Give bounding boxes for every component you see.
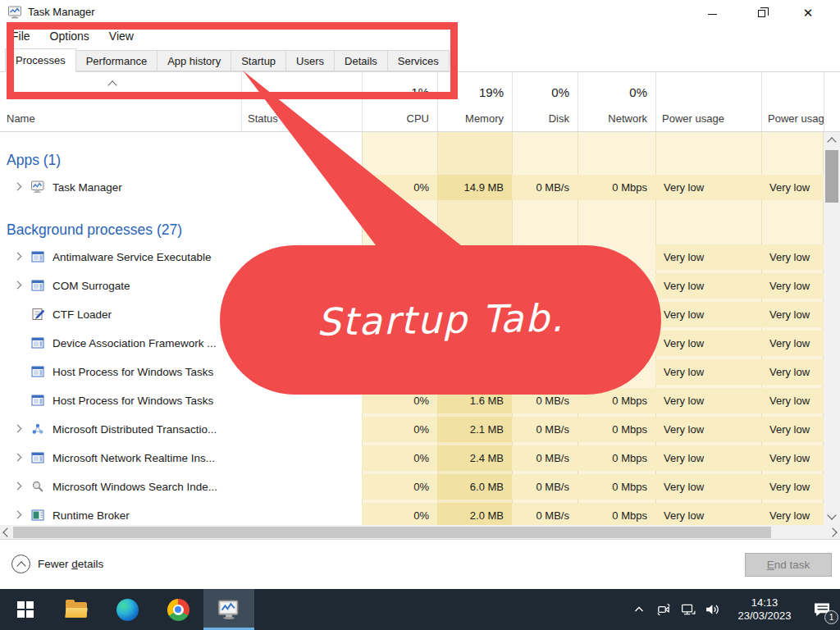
task-manager-taskbar-button[interactable]: [203, 589, 254, 630]
process-row[interactable]: Microsoft Network Realtime Ins... 0% 2.4…: [0, 444, 840, 472]
tab-details[interactable]: Details: [334, 50, 388, 71]
cpu-cell: 0%: [362, 175, 437, 200]
edge-icon: [116, 599, 139, 621]
meet-now-button[interactable]: [651, 589, 676, 630]
taskbar: 14:13 23/03/2023 1: [0, 589, 840, 630]
network-cell: 0 Mbps: [578, 417, 655, 442]
restore-button[interactable]: [742, 0, 780, 25]
scroll-right-icon[interactable]: [828, 527, 837, 536]
close-button[interactable]: ✕: [789, 0, 827, 25]
expand-chevron-icon[interactable]: [14, 454, 22, 462]
group-row[interactable]: Background processes (27): [0, 202, 840, 243]
edge-button[interactable]: [102, 589, 153, 630]
process-name: Microsoft Network Realtime Ins...: [52, 444, 215, 472]
file-explorer-button[interactable]: [51, 589, 102, 630]
power-trend-cell: Very low: [761, 273, 824, 299]
expand-chevron-icon[interactable]: [14, 253, 22, 261]
folder-icon: [66, 602, 87, 618]
power-trend-cell: Very low: [761, 388, 824, 413]
volume-button[interactable]: [701, 589, 725, 630]
process-row[interactable]: Microsoft Distributed Transactio... 0% 2…: [0, 415, 840, 444]
collapse-chevron-icon: [11, 555, 30, 573]
tab-startup[interactable]: Startup: [231, 50, 286, 71]
memory-cell: 2.4 MB: [437, 445, 512, 471]
tab-users[interactable]: Users: [285, 50, 335, 71]
end-task-button[interactable]: End task: [745, 553, 832, 577]
expand-chevron-icon[interactable]: [14, 511, 22, 519]
expand-chevron-icon[interactable]: [14, 482, 22, 491]
disk-cell: 0 MB/s: [512, 175, 578, 200]
expand-chevron-icon[interactable]: [14, 183, 22, 191]
process-row[interactable]: Microsoft Windows Search Inde... 0% 6.0 …: [0, 472, 840, 501]
network-cell: 0 Mbps: [578, 175, 655, 200]
tab-processes[interactable]: Processes: [5, 48, 76, 72]
menu-options[interactable]: Options: [40, 30, 99, 43]
network-cell: 0 Mbps: [578, 503, 655, 525]
power-usage-cell: Very low: [655, 417, 761, 442]
column-header-disk[interactable]: 0% Disk: [512, 72, 578, 131]
tray-expand-button[interactable]: [627, 589, 651, 630]
ethernet-icon: [681, 602, 696, 617]
column-header-status[interactable]: Status: [248, 112, 278, 125]
process-row[interactable]: Task Manager 0% 14.9 MB 0 MB/s 0 Mbps Ve…: [0, 173, 840, 202]
chrome-button[interactable]: [153, 589, 203, 630]
memory-cell: 6.0 MB: [437, 474, 512, 500]
metric-cells: 0% 2.1 MB 0 MB/s 0 Mbps Very low Very lo…: [362, 417, 824, 442]
power-usage-cell: Very low: [655, 445, 761, 471]
column-header-power-usage-trend[interactable]: Power usage: [761, 72, 824, 131]
minimize-button[interactable]: [693, 0, 731, 25]
titlebar: Task Manager ✕: [0, 0, 840, 25]
taskbar-clock[interactable]: 14:13 23/03/2023: [730, 596, 799, 623]
expand-chevron-icon[interactable]: [14, 281, 22, 290]
horizontal-scrollbar[interactable]: [0, 525, 840, 540]
action-center-button[interactable]: 1: [804, 589, 840, 630]
power-usage-cell: Very low: [655, 331, 761, 356]
column-header-cpu[interactable]: 1% CPU: [362, 72, 437, 131]
sort-ascending-icon: [107, 80, 116, 89]
cpu-cell: 0%: [362, 503, 437, 525]
column-header-memory[interactable]: 19% Memory: [437, 72, 512, 131]
minimize-icon: [708, 14, 717, 15]
window-title: Task Manager: [28, 6, 95, 18]
process-name: Host Process for Windows Tasks: [52, 386, 213, 415]
power-usage-cell: Very low: [655, 244, 761, 270]
menu-file[interactable]: File: [0, 30, 40, 43]
cpu-total-percent: 1%: [411, 85, 429, 99]
process-icon: [31, 451, 44, 464]
process-row[interactable]: Runtime Broker 0% 2.0 MB 0 MB/s 0 Mbps V…: [0, 501, 840, 525]
process-icon: [31, 336, 44, 349]
header-divider: [437, 72, 438, 131]
group-row[interactable]: Apps (1): [0, 132, 840, 173]
process-icon: [31, 180, 44, 194]
disk-cell: 0 MB/s: [512, 474, 578, 500]
column-header-power-usage[interactable]: Power usage: [655, 72, 761, 131]
notification-count-badge: 1: [824, 610, 838, 624]
clock-date: 23/03/2023: [730, 609, 799, 623]
network-cell: 0 Mbps: [578, 445, 655, 471]
menu-view[interactable]: View: [99, 30, 144, 43]
tab-services[interactable]: Services: [387, 50, 450, 71]
horizontal-scrollbar-thumb[interactable]: [13, 527, 771, 538]
process-name: CTF Loader: [52, 300, 112, 329]
network-status-button[interactable]: [676, 589, 701, 630]
fewer-details-toggle[interactable]: Fewer details: [11, 555, 103, 573]
network-cell: 0 Mbps: [578, 474, 655, 500]
process-icon: [31, 250, 44, 263]
power-trend-cell: Very low: [761, 445, 824, 471]
tab-app-history[interactable]: App history: [157, 50, 231, 71]
tab-performance[interactable]: Performance: [75, 50, 158, 71]
power-usage-cell: Very low: [655, 474, 761, 500]
scroll-left-icon[interactable]: [2, 527, 11, 536]
column-header-network[interactable]: 0% Network: [578, 72, 655, 131]
header-divider: [824, 72, 824, 131]
cpu-cell: 0%: [362, 445, 437, 471]
start-button[interactable]: [0, 589, 51, 630]
network-total-percent: 0%: [629, 85, 647, 99]
menu-bar: File Options View: [0, 25, 840, 47]
expand-chevron-icon[interactable]: [14, 425, 22, 433]
disk-cell: 0 MB/s: [512, 445, 578, 471]
process-icon: [31, 394, 44, 407]
process-name: Background processes (27): [7, 221, 182, 239]
column-header-name[interactable]: Name: [7, 112, 35, 125]
metric-cells: 0% 2.4 MB 0 MB/s 0 Mbps Very low Very lo…: [362, 445, 824, 471]
